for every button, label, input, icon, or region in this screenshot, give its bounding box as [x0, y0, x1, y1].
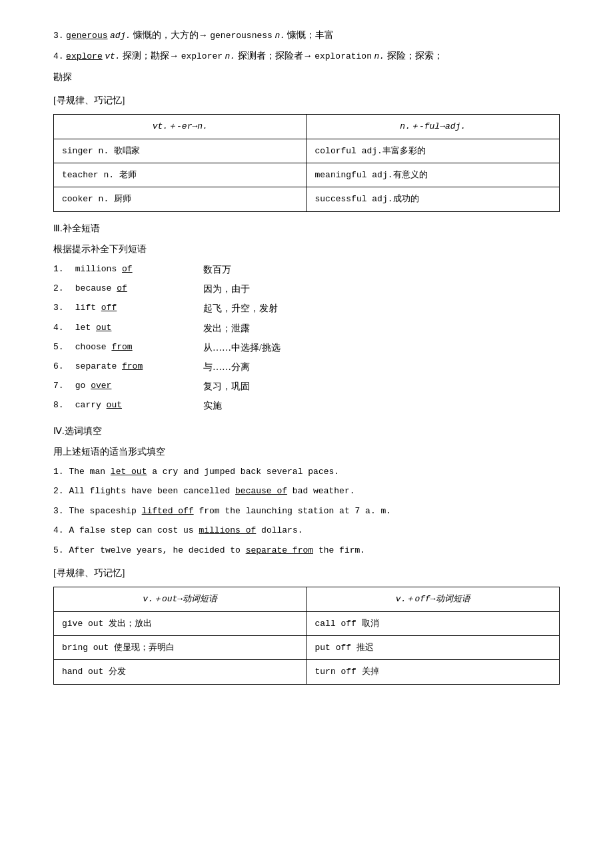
list-item: 2. All flights have been cancelled becau… — [53, 483, 560, 499]
sentence4-after: dollars. — [256, 525, 303, 535]
item4-word3: exploration — [314, 51, 372, 61]
phrase-term-4: let out — [70, 320, 203, 337]
table2-col1-header: v.＋out→动词短语 — [54, 587, 307, 611]
list-item: 4. A false step can cost us millions of … — [53, 523, 560, 538]
table2-row2-col1: bring out 使显现；弄明白 — [54, 635, 307, 659]
phrase-term-5: choose from — [70, 339, 203, 356]
sentence-num-1: 1. — [53, 467, 69, 477]
table1-row2-col1: teacher n. 老师 — [54, 163, 307, 187]
sentence3-before: The spaceship — [69, 506, 141, 516]
bracket-title-2: [寻规律、巧记忆] — [53, 565, 560, 581]
phrase-meaning-7: 复习，巩固 — [203, 378, 250, 395]
phrase-meaning-6: 与……分离 — [203, 359, 250, 375]
item4-word2: explorer — [181, 51, 223, 61]
table1-col2-header: n.＋-ful→adj. — [306, 115, 560, 139]
item3-meaning2: 慷慨；丰富 — [287, 30, 334, 40]
item-3: 3. generous adj. 慷慨的，大方的→ generousness n… — [53, 27, 560, 43]
phrase-num-8: 8. — [53, 397, 70, 414]
list-item: 1. The man let out a cry and jumped back… — [53, 464, 560, 479]
section-4-header: Ⅳ.选词填空 — [53, 423, 560, 439]
table2-row3-col1: hand out 分发 — [54, 660, 307, 684]
sentence3-after: from the launching station at 7 a. m. — [194, 506, 391, 516]
table-row: give out 发出；放出 call off 取消 — [54, 611, 560, 635]
table1-row1-col2: colorful adj.丰富多彩的 — [306, 139, 560, 163]
item4-pos1: vt. — [105, 51, 120, 61]
table2-row3-col2: turn off 关掉 — [306, 660, 560, 684]
phrase-meaning-1: 数百万 — [203, 261, 231, 278]
sentence5-after: the firm. — [313, 545, 365, 555]
sentence4-phrase: millions of — [199, 525, 256, 535]
table-row: hand out 分发 turn off 关掉 — [54, 660, 560, 684]
table1-col1-header: vt.＋-er→n. — [54, 115, 307, 139]
table1-row3-col2: successful adj.成功的 — [306, 187, 560, 211]
section3-roman: Ⅲ. — [53, 223, 63, 233]
item3-word2: generousness — [210, 31, 273, 41]
item3-word: generous — [66, 31, 107, 41]
phrase-num-6: 6. — [53, 359, 70, 375]
table1-row1-col1: singer n. 歌唱家 — [54, 139, 307, 163]
sentence-num-4: 4. — [53, 525, 69, 535]
phrase-meaning-8: 实施 — [203, 397, 222, 414]
phrase-num-1: 1. — [53, 261, 70, 278]
sentence-num-5: 5. — [53, 545, 69, 555]
sentence-num-2: 2. — [53, 486, 69, 496]
list-item: 6. separate from 与……分离 — [53, 359, 560, 375]
table2-row1-col1: give out 发出；放出 — [54, 611, 307, 635]
sentence2-phrase: because of — [235, 486, 287, 496]
section4-roman: Ⅳ. — [53, 426, 65, 436]
item3-pos2: n. — [275, 31, 285, 41]
list-item: 2. because of 因为，由于 — [53, 281, 560, 297]
table-row: bring out 使显现；弄明白 put off 推迟 — [54, 635, 560, 659]
word-formation-table-1: vt.＋-er→n. n.＋-ful→adj. singer n. 歌唱家 co… — [53, 114, 560, 212]
sentence1-after: a cry and jumped back several paces. — [147, 467, 339, 477]
sentence5-before: After twelve years, he decided to — [69, 545, 245, 555]
sentence5-phrase: separate from — [246, 545, 313, 555]
table-row: singer n. 歌唱家 colorful adj.丰富多彩的 — [54, 139, 560, 163]
phrase-term-2: because of — [70, 281, 203, 297]
table2-col2-header: v.＋off→动词短语 — [306, 587, 560, 611]
item3-pos1: adj. — [110, 31, 131, 41]
phrase-meaning-3: 起飞，升空，发射 — [203, 300, 278, 317]
sentence2-before: All flights have been cancelled — [69, 486, 235, 496]
phrase-term-6: separate from — [70, 359, 203, 375]
list-item: 8. carry out 实施 — [53, 397, 560, 414]
phrase-list: 1. millions of 数百万 2. because of 因为，由于 3… — [53, 261, 560, 415]
phrase-term-8: carry out — [70, 397, 203, 414]
item3-meaning1: 慷慨的，大方的→ — [133, 30, 208, 40]
sentence-num-3: 3. — [53, 506, 69, 516]
phrase-meaning-5: 从……中选择/挑选 — [203, 339, 281, 356]
item4-meaning3-2: 勘探 — [53, 72, 72, 82]
item4-meaning3-1: 探险；探索； — [387, 51, 443, 61]
section4-title: 选词填空 — [65, 426, 102, 436]
phrase-meaning-2: 因为，由于 — [203, 281, 250, 297]
list-item: 4. let out 发出；泄露 — [53, 320, 560, 337]
table-row: teacher n. 老师 meaningful adj.有意义的 — [54, 163, 560, 187]
phrase-num-5: 5. — [53, 339, 70, 356]
phrase-num-4: 4. — [53, 320, 70, 337]
item-4: 4. explore vt. 探测；勘探→ explorer n. 探测者；探险… — [53, 47, 560, 85]
item4-meaning1: 探测；勘探→ — [123, 51, 179, 61]
phrase-meaning-4: 发出；泄露 — [203, 320, 250, 337]
list-item: 1. millions of 数百万 — [53, 261, 560, 278]
sentence1-phrase: let out — [111, 467, 147, 477]
table2-row2-col2: put off 推迟 — [306, 635, 560, 659]
table1-row2-col2: meaningful adj.有意义的 — [306, 163, 560, 187]
item4-meaning2a: 探测者；探险者→ — [238, 51, 312, 61]
item4-num: 4. — [53, 51, 64, 61]
item4-pos3: n. — [374, 51, 384, 61]
phrase-term-1: millions of — [70, 261, 203, 278]
list-item: 7. go over 复习，巩固 — [53, 378, 560, 395]
list-item: 3. The spaceship lifted off from the lau… — [53, 503, 560, 519]
phrase-term-7: go over — [70, 378, 203, 395]
phrase-num-3: 3. — [53, 300, 70, 317]
list-item: 3. lift off 起飞，升空，发射 — [53, 300, 560, 317]
item4-word: explore — [66, 51, 103, 61]
section-3-header: Ⅲ.补全短语 — [53, 220, 560, 237]
bracket-title-1: [寻规律、巧记忆] — [53, 92, 560, 109]
sentence3-phrase: lifted off — [142, 506, 194, 516]
sentence4-before: A false step can cost us — [69, 525, 199, 535]
phrase-num-2: 2. — [53, 281, 70, 297]
section4-instruction: 用上述短语的适当形式填空 — [53, 443, 560, 460]
section3-title: 补全短语 — [63, 223, 100, 233]
word-formation-table-2: v.＋out→动词短语 v.＋off→动词短语 give out 发出；放出 c… — [53, 587, 560, 685]
